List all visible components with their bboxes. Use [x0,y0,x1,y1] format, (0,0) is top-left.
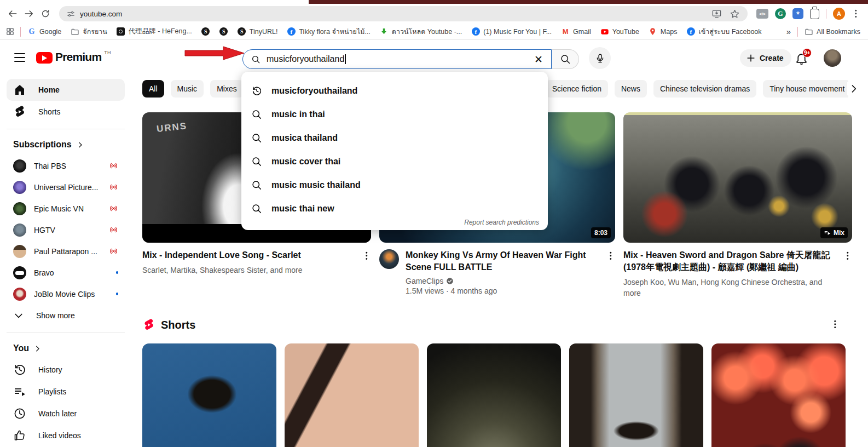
chip-science-fiction[interactable]: Science fiction [546,80,608,98]
clear-search-button[interactable]: ✕ [530,51,547,67]
chip-all[interactable]: All [142,80,164,98]
bookmark-google[interactable]: GGoogle [27,27,61,36]
video-menu-icon[interactable] [362,251,371,261]
browser-menu-icon[interactable] [852,9,860,19]
channel-avatar [13,202,26,215]
video-menu-icon[interactable] [843,251,852,261]
chips-scroll-right-button[interactable] [847,82,860,95]
channel-item-paul-pattarapon[interactable]: Paul Pattarapon ... [7,240,125,262]
chevron-down-icon [13,310,24,321]
chip-chinese-tv-dramas[interactable]: Chinese television dramas [653,80,756,98]
bookmark-download-youtube[interactable]: ดาวน์โหลด Youtube -... [380,26,462,37]
short-thumbnail[interactable] [569,343,703,447]
suggestion-item[interactable]: music thai new [241,197,548,220]
sidebar-item-home[interactable]: Home [7,79,125,101]
grammarly-extension-icon[interactable]: G [775,8,786,19]
video-thumbnail[interactable]: Mix [623,112,852,243]
video-title[interactable]: Mix - Independent Love Song - Scarlet [142,249,303,261]
sidebar-item-watch-later[interactable]: Watch later [7,403,125,425]
install-app-icon[interactable] [711,9,722,19]
sidebar-item-liked-videos[interactable]: Liked videos [7,425,125,446]
suggestion-item[interactable]: music cover thai [241,150,548,173]
bookmark-icon-only-1[interactable]: S [201,27,210,36]
channel-item-universal[interactable]: Universal Picture... [7,176,125,198]
address-bar[interactable]: youtube.com [59,6,748,21]
chip-tiny-house[interactable]: Tiny house movement [763,80,848,98]
account-avatar[interactable] [824,49,841,67]
subscriptions-header[interactable]: Subscriptions [7,135,125,155]
bookmark-tinyurl[interactable]: STinyURL! [238,27,278,36]
bookmark-hefeng[interactable]: 代理品牌 - HeFeng... [117,27,192,36]
jar-extension-icon[interactable] [810,9,819,19]
short-thumbnail[interactable] [142,343,276,447]
subscriptions-title: Subscriptions [13,140,72,150]
voice-search-button[interactable] [589,47,611,69]
shorts-menu-icon[interactable] [831,319,840,329]
channel-avatar [13,224,26,237]
channel-name: Epic Music VN [34,204,84,213]
bookmark-tikky-flora[interactable]: fTikky flora จำหน่ายไม้... [287,26,370,37]
video-title[interactable]: Mix - Heaven Sword and Dragon Sabre 倚天屠龍… [623,249,838,273]
forward-button[interactable] [21,5,37,22]
channel-item-joblo[interactable]: JoBlo Movie Clips [7,283,125,305]
suggestion-item[interactable]: musica thailand [241,126,548,150]
show-more-button[interactable]: Show more [7,305,125,326]
youtube-premium-logo[interactable]: Premium TH [36,50,111,64]
suggestion-text: musicforyouthailand [271,86,357,96]
search-icon [251,156,262,167]
suggestion-item[interactable]: music music thailand [241,173,548,197]
live-badge-icon [109,182,118,192]
bookmark-gmail[interactable]: MGmail [561,27,591,36]
short-thumbnail[interactable] [711,343,846,447]
video-title[interactable]: Monkey King Vs Army Of Heaven War Fight … [406,249,601,273]
devtools-extension-icon[interactable]: </> [756,9,768,19]
guide-menu-button[interactable] [14,53,25,62]
url-text[interactable]: youtube.com [80,10,122,18]
channel-item-epic-music[interactable]: Epic Music VN [7,198,125,219]
channel-avatar [13,288,26,301]
all-bookmarks-button[interactable]: All Bookmarks [805,27,860,36]
shorts-logo-icon [142,318,155,331]
maps-pin-icon [649,27,657,36]
bookmark-folder[interactable]: จักรยาน [71,26,107,37]
short-thumbnail[interactable] [285,343,419,447]
apps-grid-icon[interactable] [5,27,15,36]
video-menu-icon[interactable] [606,251,615,261]
search-button[interactable] [552,49,579,69]
bookmark-maps[interactable]: Maps [649,27,678,36]
report-predictions-link[interactable]: Report search predictions [464,219,539,226]
sidebar-item-shorts[interactable]: Shorts [7,101,125,123]
short-thumbnail[interactable] [427,343,561,447]
search-icon [251,133,262,144]
reload-button[interactable] [37,5,54,22]
channel-item-thai-pbs[interactable]: Thai PBS [7,155,125,176]
suggestion-item[interactable]: music in thai [241,102,548,126]
bookmark-music-for-you[interactable]: f(1) Music For You | F... [471,27,552,36]
sidebar-item-history[interactable]: History [7,359,125,381]
bookmark-icon-only-2[interactable]: S [219,27,228,36]
back-button[interactable] [4,5,21,22]
browser-profile-avatar[interactable]: A [833,8,845,20]
search-input[interactable]: musicforyouthailand ✕ [242,49,552,69]
channel-item-hgtv[interactable]: HGTV [7,219,125,240]
channel-item-bravo[interactable]: Bravo [7,262,125,283]
bookmark-facebook-login[interactable]: fเข้าสู่ระบบ Facebook [686,26,761,37]
chip-mixes[interactable]: Mixes [210,80,244,98]
tinyurl-icon: S [238,27,246,36]
bookmark-label: Tikky flora จำหน่ายไม้... [299,26,370,37]
chip-music[interactable]: Music [171,80,204,98]
bookmark-star-icon[interactable] [730,9,740,19]
channel-avatar[interactable] [379,249,399,269]
sidebar-label: Shorts [38,107,60,116]
create-button[interactable]: Create [740,49,791,67]
chip-news[interactable]: News [615,80,647,98]
chevron-right-icon [76,141,84,149]
suggestion-item[interactable]: musicforyouthailand [241,79,548,102]
video-channel[interactable]: GameClips [406,277,601,285]
bookmark-youtube[interactable]: YouTube [600,27,639,36]
bookmarks-overflow-chevron[interactable]: » [786,27,791,36]
site-info-icon[interactable] [63,8,78,20]
you-header[interactable]: You [7,339,125,359]
blue-extension-icon[interactable]: * [792,8,803,19]
sidebar-item-playlists[interactable]: Playlists [7,381,125,403]
